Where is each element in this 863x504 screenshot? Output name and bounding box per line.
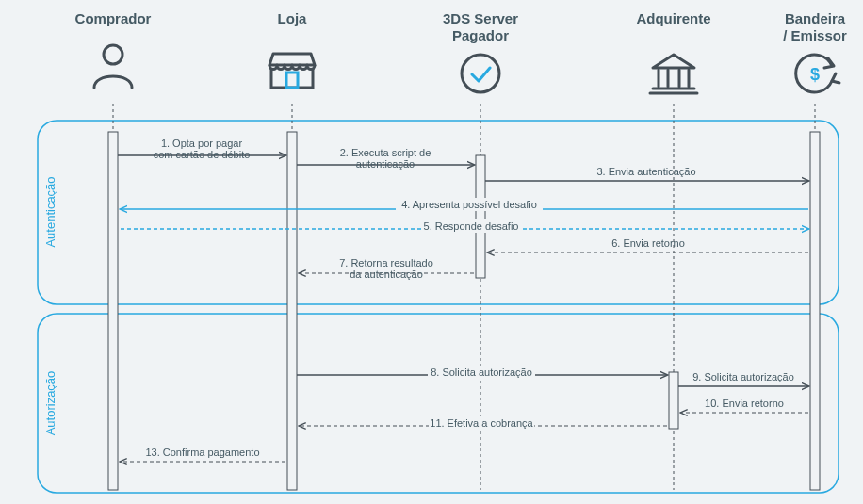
msg-2b: autenticação: [356, 158, 415, 170]
msg-6: 6. Envia retorno: [611, 237, 685, 249]
msg-7a: 7. Retorna resultado: [339, 257, 433, 268]
actor-bandeira-label2: / Emissor: [783, 27, 847, 43]
activation-3ds: [476, 155, 485, 278]
actor-loja: Loja: [269, 10, 315, 88]
actor-3ds-label1: 3DS Server: [443, 10, 518, 26]
msg-1b: com cartão de débito: [154, 149, 251, 160]
actor-comprador-label: Comprador: [75, 10, 152, 26]
svg-rect-1: [286, 73, 298, 88]
phase-auth-label: Autenticação: [43, 176, 57, 247]
svg-text:$: $: [810, 65, 820, 84]
actor-adquirente-label: Adquirente: [636, 10, 710, 26]
bank-icon: [650, 55, 697, 93]
msg-2a: 2. Executa script de: [340, 147, 432, 158]
msg-1a: 1. Opta por pagar: [161, 138, 243, 149]
activation-adquirente: [669, 372, 678, 429]
activation-loja: [287, 132, 297, 490]
svg-point-2: [462, 55, 499, 92]
diagram-body: 1. Opta por pagar com cartão de débito 2…: [108, 104, 820, 490]
msg-3: 3. Envia autenticação: [596, 166, 695, 177]
activation-comprador: [108, 132, 118, 490]
msg-11: 11. Efetiva a cobrança: [430, 417, 533, 429]
activation-bandeira: [810, 132, 820, 490]
actor-loja-label: Loja: [278, 10, 307, 26]
msg-7b: da autenticação: [350, 268, 423, 280]
check-circle-icon: [462, 55, 499, 92]
actor-3ds-label2: Pagador: [452, 27, 509, 43]
actor-adquirente: Adquirente: [636, 10, 710, 93]
msg-9: 9. Solicita autorização: [692, 371, 794, 382]
user-icon: [94, 45, 132, 88]
cycle-money-icon: $: [796, 55, 839, 92]
msg-5: 5. Responde desafio: [424, 220, 519, 232]
sequence-diagram: Comprador Loja 3DS Server Pagador Adquir…: [0, 0, 863, 504]
actor-3ds: 3DS Server Pagador: [443, 10, 518, 92]
msg-13: 13. Confirma pagamento: [145, 447, 259, 458]
actor-bandeira-label1: Bandeira: [785, 10, 846, 26]
phase-authz-label: Autorização: [43, 371, 57, 436]
msg-4: 4. Apresenta possível desafio: [401, 199, 537, 210]
msg-8: 8. Solicita autorização: [431, 366, 532, 378]
actor-bandeira: Bandeira / Emissor $: [783, 10, 847, 92]
msg-10: 10. Envia retorno: [705, 398, 784, 409]
svg-point-0: [104, 45, 122, 64]
actor-comprador: Comprador: [75, 10, 152, 88]
store-icon: [269, 54, 315, 88]
